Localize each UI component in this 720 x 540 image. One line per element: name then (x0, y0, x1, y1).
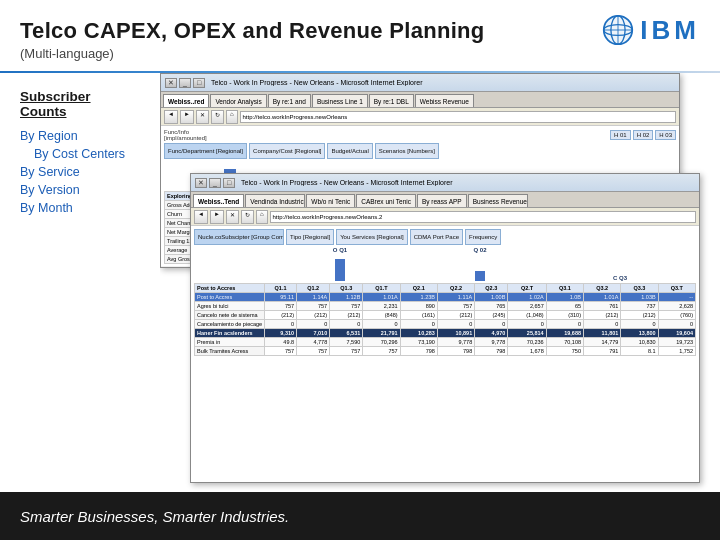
cell-val: 1.23B (400, 293, 437, 302)
cell-val: 6,531 (330, 329, 363, 338)
cell-val: 0 (400, 320, 437, 329)
back-button-2[interactable]: ◄ (194, 210, 208, 224)
col-q3-3: Q3.3 (621, 284, 658, 293)
stop-button-1[interactable]: ✕ (196, 110, 209, 124)
cell-val: 1.01A (363, 293, 400, 302)
tab-byrel2-1[interactable]: By re:1 DBL (369, 94, 414, 107)
tab-vendor-1[interactable]: Vendor Analysis (210, 94, 266, 107)
tab-wb-tenic[interactable]: Wb/o ni Tenic (306, 194, 355, 207)
cell-val: (212) (330, 311, 363, 320)
forward-button-2[interactable]: ► (210, 210, 224, 224)
cell-val: (310) (546, 311, 583, 320)
col-q2-1: Q2.1 (400, 284, 437, 293)
col-q2-2: Q2.2 (437, 284, 474, 293)
tab-business-1[interactable]: Business Line 1 (312, 94, 368, 107)
q3-section: C Q3 (552, 275, 688, 281)
footer: Smarter Businesses, Smarter Industries. (0, 492, 720, 540)
cell-val: (212) (621, 311, 658, 320)
address-bar-2[interactable]: http://telco.workInProgress.newOrleans.2 (270, 211, 696, 223)
tab-vendinda[interactable]: Vendinda Industrice (245, 194, 305, 207)
page-subtitle: (Multi-language) (20, 46, 700, 61)
browser-min-btn-1[interactable]: _ (179, 78, 191, 88)
home-button-1[interactable]: ⌂ (226, 110, 238, 124)
cell-val: 9,778 (437, 338, 474, 347)
tab-webiss-1[interactable]: Webiss..red (163, 94, 209, 107)
cell-val: 761 (584, 302, 621, 311)
cell-val: 0 (475, 320, 508, 329)
col-q1-2: Q1.2 (297, 284, 330, 293)
cell-val: 49.8 (265, 338, 297, 347)
sidebar-item-by-month[interactable]: By Month (20, 201, 140, 215)
data-grid-2: Post to Accres Q1.1 Q1.2 Q1.3 Q1.T Q2.1 … (194, 283, 696, 356)
cell-val: 0 (508, 320, 546, 329)
ibm-globe-icon (602, 14, 634, 46)
cell-val: 4,778 (297, 338, 330, 347)
cell-val: 10,283 (400, 329, 437, 338)
forward-button-1[interactable]: ► (180, 110, 194, 124)
cell-val: 757 (297, 347, 330, 356)
cell-val: 0 (330, 320, 363, 329)
table-row-premia: Premia in 49.84,7787,590 70,29673,1909,7… (195, 338, 696, 347)
cell-val: 4,970 (475, 329, 508, 338)
q1-bar (335, 259, 345, 281)
tab-webiss-tend[interactable]: Webiss..Tend (193, 194, 244, 207)
cell-cancel2: Cancelamiento de piecage (195, 320, 265, 329)
filter-you-svc[interactable]: You Services [Regional] (336, 229, 407, 245)
browser-tabs-1: Webiss..red Vendor Analysis By re:1 and … (161, 92, 679, 108)
browser-min-btn-2[interactable]: _ (209, 178, 221, 188)
sidebar-item-by-version[interactable]: By Version (20, 183, 140, 197)
filter-cdma[interactable]: CDMA Port Pace (410, 229, 463, 245)
col-q3-2: Q3.2 (584, 284, 621, 293)
cell-val: 1.14A (297, 293, 330, 302)
col-header-label2: Post to Accres (195, 284, 265, 293)
browser-close-btn-1[interactable]: ✕ (165, 78, 177, 88)
filter-row-2a: Nucle.coSubscipter [Group Company] Tipo … (194, 229, 696, 245)
refresh-button-2[interactable]: ↻ (241, 210, 254, 224)
sidebar-item-by-cost-centers[interactable]: By Cost Centers (20, 147, 140, 161)
filter-freq[interactable]: Frequency (465, 229, 501, 245)
filter-budget[interactable]: Budget/Actual (327, 143, 372, 159)
filter-nuc[interactable]: Nucle.coSubscipter [Group Company] (194, 229, 284, 245)
tab-bus-rev[interactable]: Business Revenue (468, 194, 528, 207)
browser-close-btn-2[interactable]: ✕ (195, 178, 207, 188)
filter-scenarios[interactable]: Scenarios [Numbers] (375, 143, 439, 159)
filter-company[interactable]: Company/Cost [Regional] (249, 143, 325, 159)
cell-val: 890 (400, 302, 437, 311)
cell-val: 7,590 (330, 338, 363, 347)
sidebar-item-by-region[interactable]: By Region (20, 129, 140, 143)
browser-max-btn-1[interactable]: □ (193, 78, 205, 88)
cell-val: 7,010 (297, 329, 330, 338)
cell-val: 95.11 (265, 293, 297, 302)
tab-byrel-1[interactable]: By re:1 and (268, 94, 311, 107)
tab-revenue-1[interactable]: Webiss Revenue (415, 94, 474, 107)
refresh-button-1[interactable]: ↻ (211, 110, 224, 124)
tab-cabrex[interactable]: CABrex uni Tenic (356, 194, 416, 207)
cell-val: 757 (437, 302, 474, 311)
browser-max-btn-2[interactable]: □ (223, 178, 235, 188)
browser-title-text-1: Telco - Work In Progress - New Orleans -… (211, 79, 423, 86)
back-button-1[interactable]: ◄ (164, 110, 178, 124)
tab-byreass[interactable]: By reass APP (417, 194, 467, 207)
cell-val: (212) (297, 311, 330, 320)
filter-func-dept[interactable]: Func/Department [Regional] (164, 143, 247, 159)
cell-val: 0 (437, 320, 474, 329)
table-row-agres: Agres bi tulci 757757757 2,231890757 765… (195, 302, 696, 311)
browser-tabs-2: Webiss..Tend Vendinda Industrice Wb/o ni… (191, 192, 699, 208)
cell-val: 737 (621, 302, 658, 311)
cell-val: 757 (330, 302, 363, 311)
cell-val: 65 (546, 302, 583, 311)
top-section: IBM Telco CAPEX, OPEX and Revenue Planni… (0, 0, 720, 71)
col-q1-t: Q1.T (363, 284, 400, 293)
cell-bulk: Bulk Tramites Acress (195, 347, 265, 356)
sidebar-section-title: Subscriber Counts (20, 89, 140, 119)
cell-val: 750 (546, 347, 583, 356)
cell-haner: Haner Fin acslenders (195, 329, 265, 338)
home-button-2[interactable]: ⌂ (256, 210, 268, 224)
ibm-logo: IBM (602, 14, 700, 46)
filter-tipo[interactable]: Tipo [Regional] (286, 229, 334, 245)
cell-val: (760) (658, 311, 695, 320)
address-bar-1[interactable]: http://telco.workInProgress.newOrleans (240, 111, 676, 123)
stop-button-2[interactable]: ✕ (226, 210, 239, 224)
sidebar-item-by-service[interactable]: By Service (20, 165, 140, 179)
cell-post-accres: Post to Accres (195, 293, 265, 302)
